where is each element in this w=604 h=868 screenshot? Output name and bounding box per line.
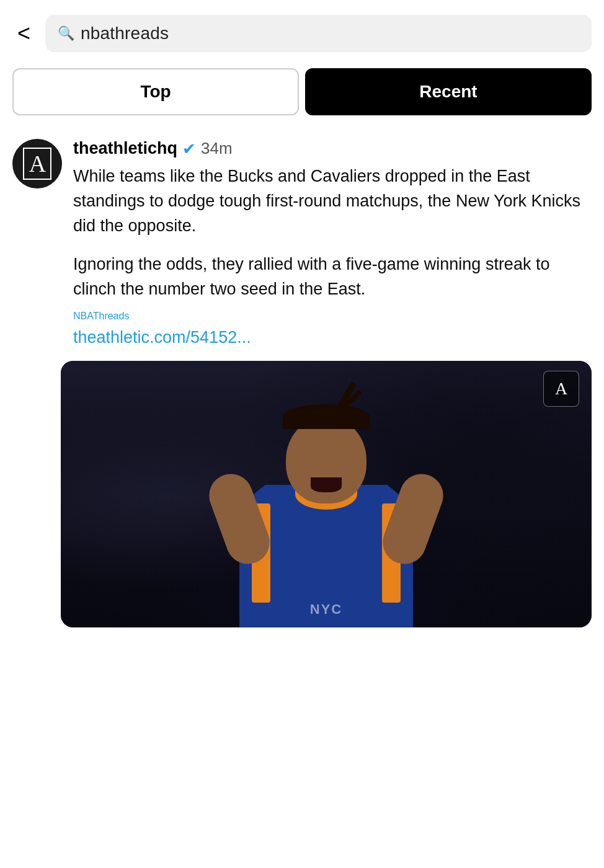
username[interactable]: theathletichq: [73, 139, 177, 158]
avatar-letter: A: [23, 148, 51, 180]
tab-bar: Top Recent: [12, 68, 592, 115]
post-container: A theathletichq ✔ 34m While teams like t…: [0, 133, 604, 357]
post-text: While teams like the Bucks and Cavaliers…: [73, 164, 592, 302]
search-bar[interactable]: 🔍 nbathreads: [45, 15, 592, 52]
tab-recent[interactable]: Recent: [305, 68, 592, 115]
player-hair: [283, 404, 370, 429]
back-button[interactable]: <: [12, 20, 35, 47]
search-value: nbathreads: [81, 24, 169, 43]
search-icon: 🔍: [58, 25, 74, 42]
player-photo: NYC: [61, 361, 592, 627]
post-paragraph-2: Ignoring the odds, they rallied with a f…: [73, 255, 549, 298]
post-header: theathletichq ✔ 34m: [73, 139, 592, 158]
url-link[interactable]: theathletic.com/54152...: [73, 328, 251, 347]
verified-icon: ✔: [182, 141, 196, 157]
hashtag-block: NBAThreads: [73, 311, 592, 322]
post-image[interactable]: NYC A: [61, 361, 592, 627]
url-block: theathletic.com/54152...: [73, 328, 592, 347]
timestamp: 34m: [201, 139, 233, 158]
hashtag-link[interactable]: NBAThreads: [73, 311, 129, 321]
avatar[interactable]: A: [12, 139, 62, 188]
player-mouth: [311, 477, 342, 492]
post-body: theathletichq ✔ 34m While teams like the…: [73, 139, 592, 357]
header: < 🔍 nbathreads: [0, 0, 604, 62]
athletic-watermark-logo: A: [543, 371, 579, 407]
tab-top[interactable]: Top: [12, 68, 299, 115]
post-paragraph-1: While teams like the Bucks and Cavaliers…: [73, 167, 580, 235]
image-watermark: NYC: [310, 601, 342, 618]
paragraph-spacer: [73, 239, 592, 252]
